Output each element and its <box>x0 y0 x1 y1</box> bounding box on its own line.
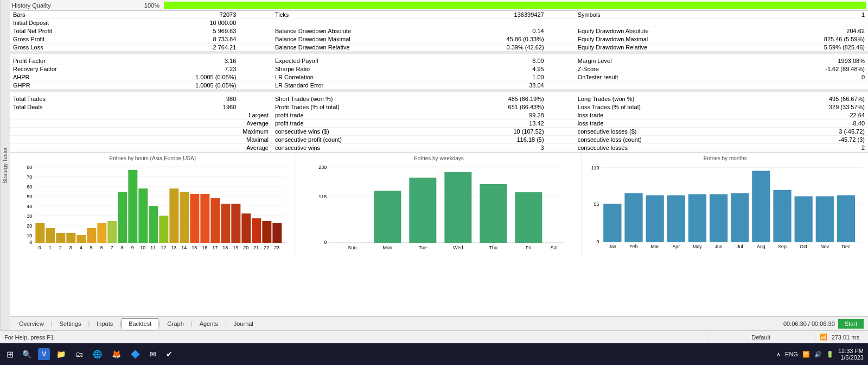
svg-text:Wed: Wed <box>453 245 463 250</box>
svg-rect-98 <box>731 193 749 242</box>
total-net-profit-value: 5 969.63 <box>128 27 239 35</box>
svg-rect-22 <box>76 235 86 243</box>
svg-rect-75 <box>444 172 471 243</box>
consec-loss-label: consecutive loss (count) <box>575 136 757 144</box>
default-status: Default <box>707 334 815 341</box>
profit-factor-label: Profit Factor <box>10 53 128 65</box>
taskbar-icon-7[interactable]: 🔷 <box>127 348 143 361</box>
sharpe-ratio-value: 4.95 <box>466 65 547 73</box>
svg-text:6: 6 <box>100 245 103 250</box>
main-container: Strategy Tester History Quality 100% <box>0 0 868 365</box>
equity-drawdown-relative-label: Equity Drawdown Relative <box>575 43 757 53</box>
svg-text:Feb: Feb <box>630 244 638 249</box>
svg-text:Oct: Oct <box>800 244 808 249</box>
loss-trades-label: Loss Trades (% of total) <box>575 103 757 111</box>
loss-trades-value: 329 (33.57%) <box>757 103 868 111</box>
largest-label: Largest <box>239 111 272 119</box>
ticks-value: 136399427 <box>466 11 547 19</box>
balance-drawdown-relative-value: 0.39% (42.62) <box>466 43 547 53</box>
taskbar-icon-8[interactable]: ✉ <box>146 348 159 361</box>
tab-journal[interactable]: Journal <box>227 318 260 329</box>
tab-overview[interactable]: Overview <box>12 318 51 329</box>
table-row: Average profit trade 13.42 loss trade -8… <box>10 119 868 128</box>
balance-drawdown-absolute-label: Balance Drawdown Absolute <box>272 27 466 35</box>
chart2-title: Entries by weekdays <box>298 155 580 161</box>
start-button[interactable]: Start <box>838 319 864 329</box>
average2-label: Average <box>239 144 272 152</box>
tab-graph[interactable]: Graph <box>160 318 191 329</box>
table-row: Profit Factor 3.16 Expected Payoff 6.09 … <box>10 53 868 65</box>
svg-text:20: 20 <box>27 223 32 229</box>
sharpe-ratio-label: Sharpe Ratio <box>272 65 466 73</box>
svg-text:230: 230 <box>318 165 327 170</box>
svg-text:70: 70 <box>27 174 32 180</box>
balance-drawdown-relative-label: Balance Drawdown Relative <box>272 43 466 53</box>
help-text: For Help, press F1 <box>4 334 707 341</box>
taskbar-chevron[interactable]: ∧ <box>776 351 781 358</box>
tab-settings[interactable]: Settings <box>53 318 88 329</box>
table-row: Total Trades 980 Short Trades (won %) 48… <box>10 91 868 103</box>
tab-agents[interactable]: Agents <box>193 318 225 329</box>
consec-losses2-value: 2 <box>757 144 868 152</box>
taskbar-icon-9[interactable]: ✔ <box>163 348 176 361</box>
taskbar-icon-1[interactable]: 🔍 <box>19 348 35 361</box>
loss-trade2-value: -8.40 <box>757 119 868 128</box>
taskbar-icon-3[interactable]: 📁 <box>53 348 69 361</box>
svg-text:1: 1 <box>49 245 52 250</box>
taskbar-lang[interactable]: ENG <box>785 351 798 357</box>
strategy-tester: Strategy Tester History Quality 100% <box>0 0 868 330</box>
taskbar-icon-4[interactable]: 🗂 <box>72 348 86 361</box>
consec-losses-value: 3 (-45.72) <box>757 128 868 136</box>
total-deals-label: Total Deals <box>10 103 128 111</box>
profit-trades-label: Profit Trades (% of total) <box>272 103 466 111</box>
svg-text:40: 40 <box>27 204 32 209</box>
long-trades-label: Long Trades (won %) <box>575 91 757 103</box>
taskbar-icon-5[interactable]: 🌐 <box>90 348 105 361</box>
content-area: History Quality 100% Bars 72073 <box>10 0 868 330</box>
total-deals-value: 1960 <box>128 103 239 111</box>
svg-text:Jul: Jul <box>737 244 743 249</box>
svg-text:3: 3 <box>69 245 72 250</box>
taskbar-icon-2[interactable]: M <box>38 348 50 360</box>
table-row: Average consecutive wins 3 consecutive l… <box>10 144 868 152</box>
bars-value: 72073 <box>128 11 239 19</box>
consec-wins-label: consecutive wins ($) <box>272 128 466 136</box>
symbols-label: Symbols <box>575 11 757 19</box>
svg-rect-34 <box>200 194 209 243</box>
consec-profit-value: 116.18 (5) <box>466 136 547 144</box>
history-quality-value: 100% <box>118 2 162 9</box>
loss-trade-value: -22.64 <box>757 111 868 119</box>
on-tester-result-value: 0 <box>757 73 868 81</box>
svg-rect-100 <box>774 190 792 242</box>
tab-backtest[interactable]: Backtest <box>122 318 158 329</box>
table-row: AHPR 1.0005 (0.05%) LR Correlation 1.00 … <box>10 73 868 81</box>
svg-rect-38 <box>241 213 251 243</box>
consec-loss-value: -45.72 (3) <box>757 136 868 144</box>
taskbar-right: ∧ ENG 🛜 🔊 🔋 12:33 PM 1/5/2023 <box>776 348 864 361</box>
z-score-value: -1.62 (89.48%) <box>757 65 868 73</box>
expected-payoff-value: 6.09 <box>466 53 547 65</box>
svg-text:0: 0 <box>39 245 41 250</box>
tab-inputs[interactable]: Inputs <box>90 318 120 329</box>
lr-correlation-value: 1.00 <box>466 73 547 81</box>
taskbar-icon-6[interactable]: 🦊 <box>108 348 124 361</box>
svg-text:10: 10 <box>27 233 32 238</box>
initial-deposit-value: 10 000.00 <box>128 19 239 27</box>
table-row: Largest profit trade 99.28 loss trade -2… <box>10 111 868 119</box>
svg-text:18: 18 <box>222 245 228 250</box>
consec-wins-value: 10 (107.52) <box>466 128 547 136</box>
bars-label: Bars <box>10 11 128 19</box>
svg-rect-99 <box>752 171 770 242</box>
consec-losses-label: consecutive losses ($) <box>575 128 757 136</box>
svg-rect-74 <box>409 178 436 243</box>
consec-profit-label: consecutive profit (count) <box>272 136 466 144</box>
taskbar-time: 12:33 PM <box>838 348 864 354</box>
svg-rect-33 <box>190 194 199 243</box>
maximum-label: Maximum <box>239 128 272 136</box>
svg-text:Mon: Mon <box>382 245 392 250</box>
svg-text:30: 30 <box>27 213 32 219</box>
svg-text:9: 9 <box>131 245 134 250</box>
margin-level-value: 1993.08% <box>757 53 868 65</box>
windows-start-icon[interactable]: ⊞ <box>4 347 16 362</box>
svg-text:16: 16 <box>202 245 207 250</box>
